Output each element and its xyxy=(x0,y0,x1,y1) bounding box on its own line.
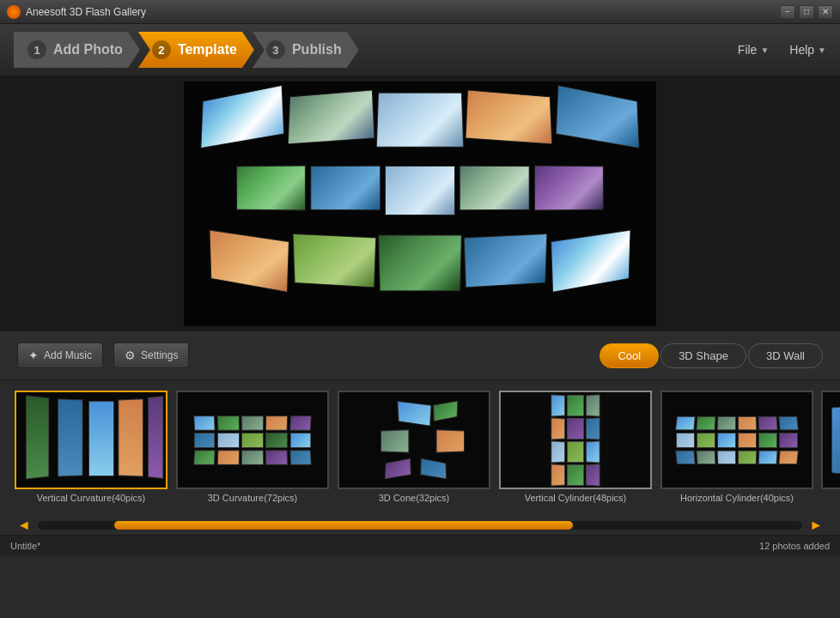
templates-gallery: Vertical Curvature(40pics) xyxy=(0,380,840,516)
preview-thumb xyxy=(310,166,380,210)
window-controls: − □ ✕ xyxy=(780,5,833,19)
preview-thumb xyxy=(534,166,604,211)
template-label-3d-curvature: 3D Curvature(72pics) xyxy=(208,493,298,503)
restore-button[interactable]: □ xyxy=(799,5,814,19)
template-label-vertical-cylinder: Vertical Cylinder(48pics) xyxy=(525,493,627,503)
nav-step-add-photo[interactable]: 1 Add Photo xyxy=(14,32,140,68)
settings-button[interactable]: ⚙ Settings xyxy=(113,342,189,368)
step-num-3: 3 xyxy=(266,40,285,59)
gallery-preview xyxy=(184,82,656,326)
template-label-3d-cone: 3D Cone(32pics) xyxy=(379,493,450,503)
template-thumb-vertical-cylinder xyxy=(499,391,652,489)
preview-thumb xyxy=(551,230,630,293)
scrollbar-area: ◄ ► xyxy=(0,516,840,535)
preview-thumb xyxy=(378,235,462,292)
step-num-2: 2 xyxy=(152,40,171,59)
app-title: Aneesoft 3D Flash Gallery xyxy=(26,6,775,18)
filename-label: Untitle* xyxy=(10,541,40,551)
nav-step-publish[interactable]: 3 Publish xyxy=(253,32,359,68)
template-item-3d-curvature[interactable]: 3D Curvature(72pics) xyxy=(175,391,330,506)
template-thumb-vertical-curvature xyxy=(15,391,167,489)
help-label: Help xyxy=(789,43,814,57)
settings-icon: ⚙ xyxy=(125,348,136,362)
file-arrow-icon: ▼ xyxy=(760,45,769,55)
preview-area xyxy=(0,77,840,330)
filter-tabs: Cool 3D Shape 3D Wall xyxy=(600,343,823,368)
preview-row-3 xyxy=(207,234,633,293)
scroll-thumb[interactable] xyxy=(114,521,573,530)
help-menu-button[interactable]: Help ▼ xyxy=(789,43,826,57)
template-label-horizontal-cylinder: Horizontal Cylinder(40pics) xyxy=(680,493,794,503)
filter-cool-tab[interactable]: Cool xyxy=(600,343,659,368)
template-item-vertical-cylinder[interactable]: Vertical Cylinder(48pics) xyxy=(498,391,653,506)
preview-thumb xyxy=(556,85,640,148)
template-item-horizontal-cylinder[interactable]: Horizontal Cylinder(40pics) xyxy=(660,391,814,506)
preview-thumb xyxy=(460,166,530,210)
nav-step-template[interactable]: 2 Template xyxy=(138,32,254,68)
photo-count-label: 12 photos added xyxy=(759,541,830,551)
preview-row-1 xyxy=(198,90,642,148)
help-arrow-icon: ▼ xyxy=(818,45,826,55)
preview-thumb xyxy=(466,90,553,145)
template-item-vertical-curvature[interactable]: Vertical Curvature(40pics) xyxy=(14,391,168,506)
preview-thumb xyxy=(293,233,377,288)
step-label-publish: Publish xyxy=(292,42,342,58)
nav-steps: 1 Add Photo 2 Template 3 Publish xyxy=(14,32,359,68)
template-thumb-3d-cone xyxy=(338,391,490,489)
filter-3dshape-tab[interactable]: 3D Shape xyxy=(660,343,746,368)
minimize-button[interactable]: − xyxy=(780,5,795,19)
scroll-left-button[interactable]: ◄ xyxy=(17,518,31,533)
music-icon: ✦ xyxy=(28,348,39,362)
navbar: 1 Add Photo 2 Template 3 Publish File ▼ … xyxy=(0,24,840,77)
step-label-add-photo: Add Photo xyxy=(53,42,123,58)
add-music-label: Add Music xyxy=(44,349,92,361)
preview-row-2 xyxy=(235,166,605,215)
file-label: File xyxy=(738,43,758,57)
file-menu-button[interactable]: File ▼ xyxy=(738,43,769,57)
titlebar: Aneesoft 3D Flash Gallery − □ ✕ xyxy=(0,0,840,24)
template-item-3d-cone[interactable]: 3D Cone(32pics) xyxy=(337,391,491,506)
preview-thumb xyxy=(385,166,455,215)
scroll-track[interactable] xyxy=(38,521,802,530)
controls-bar: ✦ Add Music ⚙ Settings Cool 3D Shape 3D … xyxy=(0,330,840,380)
preview-thumb xyxy=(376,93,464,148)
statusbar: Untitle* 12 photos added xyxy=(0,535,840,555)
app-icon xyxy=(7,5,21,19)
step-num-1: 1 xyxy=(27,40,46,59)
template-thumb-3d-curvature xyxy=(176,391,329,489)
close-button[interactable]: ✕ xyxy=(818,5,833,19)
template-thumb-extra xyxy=(821,391,840,489)
preview-thumb xyxy=(288,90,375,145)
preview-thumb xyxy=(464,233,548,288)
settings-label: Settings xyxy=(141,349,178,361)
step-label-template: Template xyxy=(178,42,237,58)
preview-thumb xyxy=(236,166,306,211)
scroll-right-button[interactable]: ► xyxy=(809,518,823,533)
nav-right: File ▼ Help ▼ xyxy=(738,43,826,57)
filter-3dwall-tab[interactable]: 3D Wall xyxy=(748,343,823,368)
template-item-extra[interactable]: 3D xyxy=(821,391,840,506)
template-thumb-horizontal-cylinder xyxy=(660,391,813,489)
preview-thumb xyxy=(210,230,289,293)
preview-thumb xyxy=(200,85,284,148)
add-music-button[interactable]: ✦ Add Music xyxy=(17,342,103,368)
template-label-vertical-curvature: Vertical Curvature(40pics) xyxy=(37,493,146,503)
